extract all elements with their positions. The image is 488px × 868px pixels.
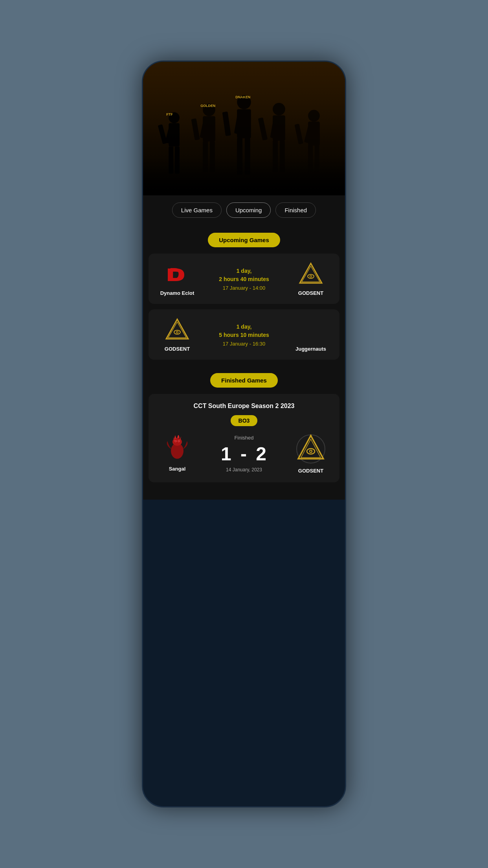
sangal-logo [163,435,191,463]
godsent-finished-side: GODSENT [289,433,332,474]
finished-match-teams: Sangal Finished 1 - 2 14 January, 2023 [156,433,332,474]
finished-status-label: Finished [199,435,289,441]
godsent-name-2: GODSENT [165,346,190,352]
side-button-1 [345,199,346,231]
dynamo-eclot-logo: D [165,261,190,287]
upcoming-match-card-1[interactable]: D Dynamo Eclot 1 day, 2 hours 40 minutes… [149,254,339,304]
godsent-logo-small-1 [298,261,324,287]
svg-point-67 [310,451,312,452]
godsent-name-1: GODSENT [298,290,323,296]
godsent-logo-large [295,433,327,465]
final-match-date: 14 January, 2023 [199,467,289,473]
sangal-name: Sangal [169,466,186,472]
svg-rect-35 [143,156,345,195]
svg-point-68 [310,435,312,436]
tabs-bar: Live Games Upcoming Finished [143,195,345,225]
team-right-1: GODSENT [289,261,332,296]
score1: 1 [221,443,232,464]
sangal-side: Sangal [156,435,199,472]
tab-live-games[interactable]: Live Games [172,202,222,218]
match-time-1: 1 day, 2 hours 40 minutes [199,267,289,283]
score2: 2 [256,443,267,464]
team-right-2: Juggernauts [289,317,332,352]
svg-text:FTF: FTF [166,112,173,116]
svg-text:DNAKEN: DNAKEN [235,95,250,99]
tab-finished[interactable]: Finished [275,202,316,218]
dynamo-eclot-name: Dynamo Eclot [160,290,194,296]
svg-point-49 [176,332,178,333]
match-info-2: 1 day, 5 hours 10 minutes 17 January - 1… [199,323,289,347]
svg-point-60 [178,441,179,441]
svg-text:GOLDEN: GOLDEN [200,104,215,108]
hero-banner: FTF GOLDEN DNAKEN [143,62,345,195]
tab-upcoming[interactable]: Upcoming [226,202,271,218]
bo3-label: BO3 [231,415,258,426]
svg-point-43 [310,276,311,277]
finished-badge-label: Finished Games [210,373,278,388]
godsent-finished-name: GODSENT [298,468,323,474]
content-area: Upcoming Games D Dynamo Eclot 1 day, 2 h… [143,225,345,500]
score-area: Finished 1 - 2 14 January, 2023 [199,435,289,473]
score-separator: - [240,443,248,464]
upcoming-section-badge: Upcoming Games [143,225,345,254]
finished-match-card-1[interactable]: CCT South Europe Season 2 2023 BO3 [149,394,339,482]
match-date-2: 17 January - 16:30 [199,341,289,347]
phone-frame: FTF GOLDEN DNAKEN Live Games Upcoming Fi… [142,61,346,807]
bo3-badge: BO3 [156,415,332,426]
finished-section-badge: Finished Games [143,365,345,394]
team-left-2: GODSENT [156,317,199,352]
tournament-name: CCT South Europe Season 2 2023 [156,403,332,410]
svg-point-59 [175,441,176,441]
match-info-1: 1 day, 2 hours 40 minutes 17 January - 1… [199,267,289,291]
godsent-logo-small-2 [165,317,190,343]
juggernauts-name: Juggernauts [295,346,326,352]
match-time-2: 1 day, 5 hours 10 minutes [199,323,289,339]
upcoming-match-card-2[interactable]: GODSENT 1 day, 5 hours 10 minutes 17 Jan… [149,309,339,360]
svg-point-26 [308,110,320,122]
match-date-1: 17 January - 14:00 [199,285,289,291]
svg-point-20 [273,103,285,116]
side-button-2 [345,243,346,274]
upcoming-badge-label: Upcoming Games [208,233,280,247]
team-left-1: D Dynamo Eclot [156,261,199,296]
score-display: 1 - 2 [199,443,289,465]
